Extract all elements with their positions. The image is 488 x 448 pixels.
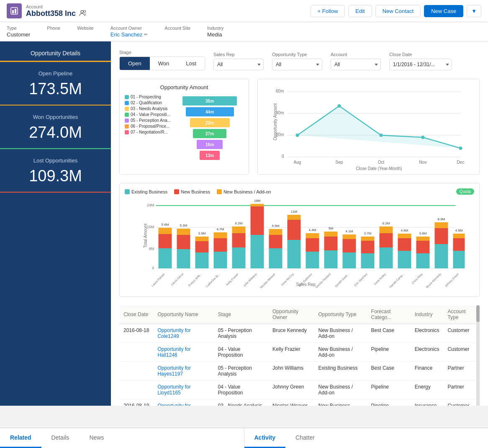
sidebar: Opportunity Details Open Pipeline 173.5M…: [0, 41, 111, 406]
funnel-container: 01 - Prospecting 02 - Qualification 03 -…: [125, 95, 244, 162]
filter-bar: Stage Open Won Lost Sales Rep All Opport…: [119, 50, 480, 70]
svg-text:Dec: Dec: [457, 160, 465, 165]
svg-text:5.3M: 5.3M: [180, 224, 187, 227]
svg-text:Harold Camp...: Harold Camp...: [389, 273, 405, 289]
svg-text:Bruce Kennedy: Bruce Kennedy: [425, 272, 442, 289]
svg-text:5.6M: 5.6M: [162, 223, 169, 227]
svg-text:Evelyn Willi...: Evelyn Willi...: [188, 273, 203, 287]
svg-rect-86: [343, 239, 356, 252]
subheader: Type Customer Phone Website Account Owne…: [0, 22, 488, 41]
cell-type: New Business / Add-on: [314, 324, 367, 343]
svg-rect-35: [159, 248, 172, 268]
account-icon: [7, 3, 22, 18]
follow-button[interactable]: + Follow: [311, 5, 345, 17]
svg-rect-51: [214, 238, 227, 252]
svg-rect-105: [416, 253, 430, 268]
close-date-select[interactable]: 1/1/2016 - 12/31/...: [389, 59, 452, 70]
svg-point-15: [338, 104, 341, 108]
scrollbar-thumb[interactable]: [476, 305, 480, 322]
account-owner-value[interactable]: Eric Sanchez: [110, 31, 143, 38]
cell-date: 2016-08-19: [119, 399, 153, 406]
lost-value: 109.3M: [7, 167, 104, 185]
col-opp-owner: Opportunity Owner: [268, 305, 314, 324]
cell-industry: Insurance: [411, 399, 444, 406]
svg-text:16M: 16M: [254, 199, 261, 203]
svg-text:Aug: Aug: [294, 160, 301, 165]
funnel-bar-5: 16m: [197, 140, 223, 149]
tab-lost[interactable]: Lost: [177, 57, 205, 70]
cell-account-type: Partner: [443, 381, 480, 399]
table-body: 2016-08-18 Opportunity for Cole1249 05 -…: [119, 324, 480, 406]
svg-rect-71: [288, 220, 301, 240]
account-name: Abbott358 Inc: [26, 9, 76, 18]
bar-chart-svg: 24M 16M 8M 0 5.6M Laura Palmer: [125, 198, 474, 290]
svg-text:Dennis Howard: Dennis Howard: [315, 273, 331, 289]
svg-text:5.5M: 5.5M: [272, 224, 280, 228]
app-header: Account Abbott358 Inc + Follow Edit New …: [0, 0, 488, 22]
svg-text:60m: 60m: [276, 89, 284, 93]
col-close-date: Close Date: [119, 305, 153, 324]
table-row: Opportunity for Hall1246 04 - Value Prop…: [119, 343, 480, 362]
svg-text:Laura Garza: Laura Garza: [170, 273, 184, 286]
svg-rect-61: [251, 206, 264, 235]
account-label: Account: [26, 4, 87, 9]
open-pipeline-label: Open Pipeline: [7, 70, 104, 77]
industry-value: Media: [207, 31, 223, 38]
cell-type: New Business: [314, 399, 367, 406]
account-select[interactable]: All: [331, 59, 381, 70]
lost-label: Lost Opportunities: [7, 157, 104, 164]
table-row: Opportunity for Hayes1197 05 - Perceptio…: [119, 362, 480, 381]
edit-owner-icon[interactable]: ✏: [144, 32, 148, 37]
legend-item-3: 03 - Needs Analysis: [125, 106, 171, 111]
tab-open[interactable]: Open: [120, 57, 150, 70]
main-layout: Opportunity Details Open Pipeline 173.5M…: [0, 41, 488, 406]
table-row: Opportunity for Lloyd1165 04 - Value Pro…: [119, 381, 480, 399]
svg-rect-75: [306, 252, 319, 268]
cell-opp-name[interactable]: Opportunity for Barnett1692: [153, 399, 213, 406]
svg-text:0: 0: [152, 266, 154, 270]
svg-point-18: [459, 147, 462, 150]
svg-point-17: [421, 136, 425, 139]
col-industry: Industry: [411, 305, 444, 324]
won-value: 274.0M: [7, 124, 104, 142]
opp-type-select[interactable]: All: [272, 59, 322, 70]
cell-forecast: Best Case: [367, 324, 411, 343]
cell-opp-name[interactable]: Opportunity for Lloyd1165: [153, 381, 213, 399]
dropdown-button[interactable]: ▼: [467, 5, 481, 17]
cell-industry: Electronics: [411, 324, 444, 343]
open-pipeline-metric: Open Pipeline 173.5M: [0, 62, 111, 106]
cell-opp-name[interactable]: Opportunity for Hayes1197: [153, 362, 213, 381]
svg-text:4.6M: 4.6M: [401, 229, 408, 232]
cell-date: 2016-08-18: [119, 324, 153, 343]
cell-forecast: Pipeline: [367, 399, 411, 406]
svg-rect-66: [269, 235, 283, 248]
cell-stage: 05 - Perception Analysis: [213, 324, 268, 343]
svg-rect-115: [453, 251, 465, 268]
svg-rect-52: [214, 232, 227, 238]
cell-opp-name[interactable]: Opportunity for Hall1246: [153, 343, 213, 362]
cell-type: New Business / Add-on: [314, 381, 367, 399]
edit-button[interactable]: Edit: [348, 5, 372, 17]
sidebar-title: Opportunity Details: [0, 41, 111, 62]
svg-text:11M: 11M: [291, 210, 298, 214]
header-right: + Follow Edit New Contact New Case ▼: [311, 5, 481, 17]
svg-rect-50: [214, 252, 227, 268]
tab-won[interactable]: Won: [150, 57, 178, 70]
bar-chart-header: Existing Business New Business New Busin…: [125, 188, 474, 195]
phone-label: Phone: [47, 26, 60, 31]
new-contact-button[interactable]: New Contact: [375, 5, 421, 17]
svg-rect-81: [324, 237, 338, 250]
svg-rect-106: [416, 241, 430, 253]
col-opp-name: Opportunity Name: [153, 305, 213, 324]
svg-rect-40: [177, 249, 190, 268]
people-icon[interactable]: [79, 9, 87, 18]
col-account-type: Account Type: [443, 305, 480, 324]
svg-text:8M: 8M: [149, 247, 154, 251]
svg-text:6.2M: 6.2M: [383, 221, 390, 225]
cell-industry: Electronics: [411, 343, 444, 362]
sales-rep-select[interactable]: All: [213, 59, 264, 70]
cell-opp-name[interactable]: Opportunity for Cole1249: [153, 324, 213, 343]
cell-type: Existing Business: [314, 362, 367, 381]
new-case-button[interactable]: New Case: [424, 5, 463, 17]
legend-addon: New Business / Add-on: [217, 189, 271, 194]
